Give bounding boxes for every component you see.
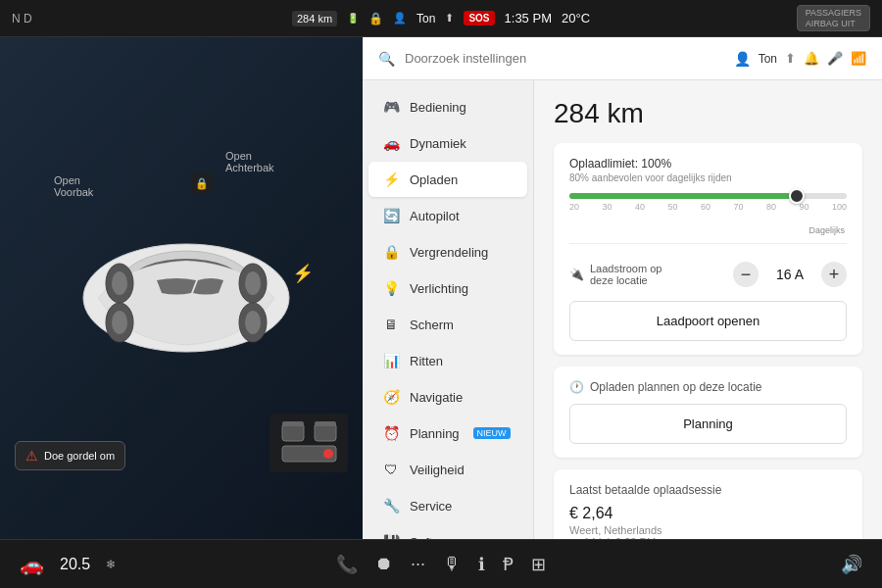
seat-svg — [277, 418, 341, 467]
car-taskbar-icon[interactable]: 🚗 — [20, 553, 44, 576]
user-icon-status: 👤 — [393, 12, 407, 24]
navigatie-icon: 🧭 — [382, 389, 400, 405]
seatbelt-label: Doe gordel om — [44, 450, 115, 462]
nav-item-planning[interactable]: ⏰ Planning NIEUW — [368, 416, 527, 451]
nav-item-opladen[interactable]: ⚡ Opladen — [368, 162, 527, 197]
grid-icon[interactable]: ⊞ — [531, 554, 546, 575]
verlichting-icon: 💡 — [382, 280, 400, 296]
volume-icon[interactable]: 🔊 — [841, 554, 862, 575]
dagelijks-label: Dagelijks — [808, 225, 845, 235]
nav-label-opladen: Opladen — [410, 172, 458, 187]
sos-badge[interactable]: SOS — [464, 11, 494, 25]
status-left: N D — [12, 12, 226, 25]
plan-label-text: Opladen plannen op deze locatie — [590, 380, 761, 394]
seat-heat-icon[interactable]: ❄ — [106, 558, 116, 571]
scherm-icon: 🖥 — [382, 317, 400, 332]
nav-item-dynamiek[interactable]: 🚗 Dynamiek — [368, 125, 527, 161]
charge-slider-fill — [569, 193, 791, 199]
increase-charge-btn[interactable]: + — [821, 262, 847, 287]
bediening-icon: 🎮 — [382, 99, 400, 115]
nav-item-veiligheid[interactable]: 🛡 Veiligheid — [368, 452, 527, 487]
taskbar-temperature: 20.5 — [60, 556, 90, 573]
bell-icon: 🔔 — [804, 51, 819, 66]
veiligheid-icon: 🛡 — [382, 462, 400, 477]
nav-item-bediening[interactable]: 🎮 Bediening — [368, 89, 527, 124]
car-panel: Open Voorbak Open Achterbak 🔒 — [0, 37, 363, 539]
taskbar-left: 🚗 20.5 ❄ — [20, 553, 301, 576]
dynamiek-icon: 🚗 — [382, 135, 400, 151]
bluetooth-icon[interactable]: Ᵽ — [503, 554, 514, 575]
nav-label-ritten: Ritten — [410, 354, 443, 368]
plan-section: 🕐 Opladen plannen op deze locatie Planni… — [554, 367, 862, 458]
service-icon: 🔧 — [382, 498, 400, 514]
charge-slider-track — [569, 193, 847, 199]
planning-button[interactable]: Planning — [569, 404, 847, 444]
taskbar: 🚗 20.5 ❄ 📞 ⏺ ··· 🎙 ℹ Ᵽ ⊞ 🔊 — [0, 539, 882, 588]
nav-item-scherm[interactable]: 🖥 Scherm — [368, 307, 527, 342]
charge-value: 16 A — [770, 267, 809, 282]
lock-icon: 🔒 — [368, 12, 383, 25]
range-title: 284 km — [554, 98, 862, 129]
podcast-icon[interactable]: 🎙 — [443, 554, 461, 574]
search-input[interactable] — [405, 51, 724, 66]
search-bar: 🔍 👤 Ton ⬆ 🔔 🎤 📶 — [363, 37, 882, 80]
search-username: Ton — [759, 52, 777, 66]
temp-display: 20°C — [562, 11, 590, 25]
car-image — [29, 155, 343, 421]
plug-icon: 🔌 — [569, 268, 584, 281]
nav-item-ritten[interactable]: 📊 Ritten — [368, 343, 527, 378]
upload-icon-search: ⬆ — [785, 51, 796, 66]
taskbar-center: 📞 ⏺ ··· 🎙 ℹ Ᵽ ⊞ — [301, 554, 582, 575]
nav-label-bediening: Bediening — [410, 100, 466, 115]
user-icon-search: 👤 — [734, 51, 751, 67]
search-icon: 🔍 — [378, 51, 395, 67]
planning-new-badge: NIEUW — [473, 427, 511, 439]
username-status: Ton — [416, 12, 435, 25]
phone-icon[interactable]: 📞 — [336, 554, 358, 575]
charge-slider-container[interactable]: 20 30 40 50 60 70 80 90 100 Dagelijks — [569, 193, 847, 235]
decrease-charge-btn[interactable]: − — [733, 262, 759, 287]
plan-label: 🕐 Opladen plannen op deze locatie — [569, 380, 847, 394]
charge-controls: − 16 A + — [733, 262, 847, 287]
nav-item-autopilot[interactable]: 🔄 Autopilot — [368, 198, 527, 233]
svg-point-14 — [323, 449, 333, 459]
planning-icon: ⏰ — [382, 425, 400, 441]
nav-item-software[interactable]: 💾 Software — [368, 524, 527, 539]
content-area: 284 km Oplaadlimiet: 100% 80% aanbevolen… — [534, 80, 882, 539]
session-location: Weert, Netherlands zo 14 jul. 9:38 PM — [569, 524, 847, 539]
svg-point-7 — [112, 271, 127, 295]
svg-point-8 — [245, 271, 261, 295]
nav-item-service[interactable]: 🔧 Service — [368, 488, 527, 523]
wifi-icon: 📶 — [851, 51, 866, 66]
charge-location-text: Laadstroom opdeze locatie — [590, 263, 662, 286]
info-icon[interactable]: ℹ — [478, 554, 485, 575]
settings-body: 🎮 Bediening 🚗 Dynamiek ⚡ Opladen 🔄 Autop… — [363, 80, 882, 539]
search-user-area: 👤 Ton ⬆ 🔔 🎤 📶 — [734, 51, 866, 67]
nav-label-vergrendeling: Vergrendeling — [410, 245, 488, 260]
charge-limit-label: Oplaadlimiet: 100% — [569, 157, 847, 171]
main-area: Open Voorbak Open Achterbak 🔒 — [0, 37, 882, 539]
charge-divider — [569, 243, 847, 244]
more-icon[interactable]: ··· — [411, 554, 425, 574]
status-bar: N D 284 km 🔋 🔒 👤 Ton ⬆ SOS 1:35 PM 20°C … — [0, 0, 882, 37]
charging-indicator: ⚡ — [292, 263, 314, 284]
ritten-icon: 📊 — [382, 353, 400, 368]
svg-rect-15 — [282, 421, 304, 426]
settings-panel: 🔍 👤 Ton ⬆ 🔔 🎤 📶 🎮 Bediening 🚗 D — [363, 37, 882, 539]
nav-label-dynamiek: Dynamiek — [410, 136, 466, 151]
nav-item-navigatie[interactable]: 🧭 Navigatie — [368, 379, 527, 415]
nav-item-vergrendeling[interactable]: 🔒 Vergrendeling — [368, 234, 527, 270]
nav-item-verlichting[interactable]: 💡 Verlichting — [368, 270, 527, 306]
svg-rect-16 — [315, 421, 336, 426]
nav-label-autopilot: Autopilot — [410, 209, 460, 223]
status-right: PASSAGIERSAIRBAG UIT — [656, 5, 870, 32]
session-price: € 2,64 — [569, 505, 847, 522]
charge-slider-thumb[interactable] — [789, 188, 805, 204]
slider-labels: 20 30 40 50 60 70 80 90 100 — [569, 202, 847, 212]
passenger-airbag-badge: PASSAGIERSAIRBAG UIT — [797, 5, 870, 32]
autopilot-icon: 🔄 — [382, 208, 400, 223]
media-icon[interactable]: ⏺ — [375, 554, 393, 574]
nav-label-service: Service — [410, 499, 452, 514]
open-port-button[interactable]: Laadpoort openen — [569, 301, 847, 341]
charge-sublabel: 80% aanbevolen voor dagelijks rijden — [569, 172, 847, 183]
